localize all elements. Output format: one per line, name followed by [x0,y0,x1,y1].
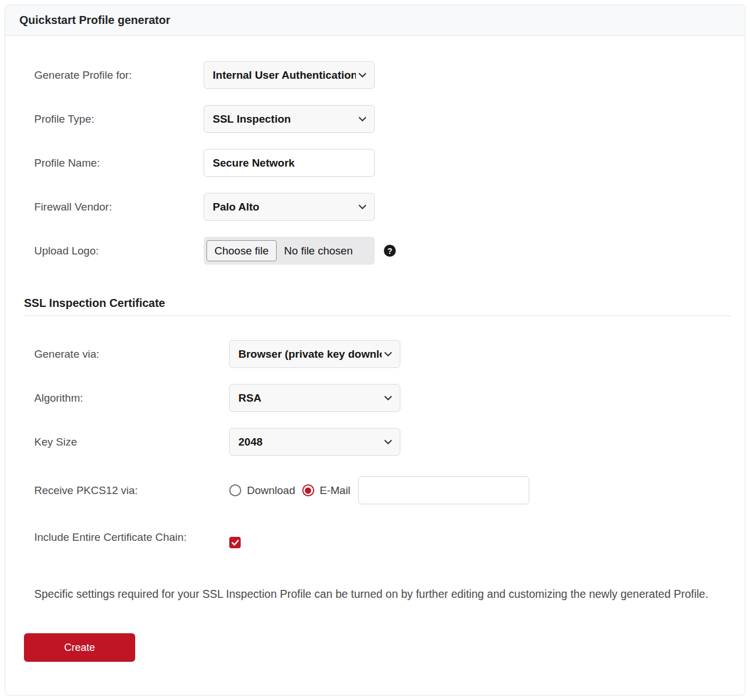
chevron-down-icon [384,395,392,401]
row-include-chain: Include Entire Certificate Chain: [34,529,731,557]
include-chain-checkbox[interactable] [229,537,241,548]
card-header: Quickstart Profile generator [5,5,745,36]
upload-logo-filewrap: Choose file No file chosen ? [204,237,396,265]
download-radio[interactable] [229,484,241,496]
key-size-select[interactable]: 2048 [229,428,400,456]
generate-via-value: Browser (private key download) [238,348,382,361]
download-radio-label[interactable]: Download [247,484,295,497]
profile-type-value: SSL Inspection [213,113,291,126]
profile-type-select[interactable]: SSL Inspection [204,105,375,133]
row-algorithm: Algorithm: RSA [34,384,731,412]
chevron-down-icon [384,351,392,357]
firewall-vendor-label: Firewall Vendor: [34,199,204,216]
include-chain-label: Include Entire Certificate Chain: [34,529,229,546]
row-profile-type: Profile Type: SSL Inspection [34,105,731,133]
generate-profile-for-value: Internal User Authentication [213,69,356,82]
generate-via-select[interactable]: Browser (private key download) [229,340,400,368]
firewall-vendor-select[interactable]: Palo Alto [204,193,375,221]
row-profile-name: Profile Name: [34,149,731,177]
profile-settings-note: Specific settings required for your SSL … [34,588,731,601]
profile-name-input[interactable] [204,149,375,177]
row-generate-via: Generate via: Browser (private key downl… [34,340,731,368]
row-key-size: Key Size 2048 [34,428,731,456]
row-upload-logo: Upload Logo: Choose file No file chosen … [34,237,731,265]
receive-pkcs12-label: Receive PKCS12 via: [34,482,229,499]
choose-file-button[interactable]: Choose file [206,240,277,261]
generate-profile-for-select[interactable]: Internal User Authentication [204,61,375,89]
row-receive-pkcs12: Receive PKCS12 via: Download E-Mail [34,476,731,504]
email-radio[interactable] [302,484,314,496]
profile-type-label: Profile Type: [34,111,204,128]
key-size-value: 2048 [238,436,262,448]
card-body: Generate Profile for: Internal User Auth… [5,36,745,693]
algorithm-value: RSA [238,392,261,404]
key-size-label: Key Size [34,434,229,451]
ssl-certificate-section-heading: SSL Inspection Certificate [24,297,731,310]
upload-logo-label: Upload Logo: [34,242,204,260]
chevron-down-icon [384,439,392,445]
chevron-down-icon [358,116,367,122]
algorithm-select[interactable]: RSA [229,384,400,412]
chevron-down-icon [358,72,367,78]
firewall-vendor-value: Palo Alto [213,201,260,213]
chevron-down-icon [358,204,367,210]
checkmark-icon [232,540,239,546]
help-question-icon[interactable]: ? [384,245,396,257]
row-firewall-vendor: Firewall Vendor: Palo Alto [34,193,731,221]
quickstart-profile-card: Quickstart Profile generator Generate Pr… [5,5,745,695]
upload-logo-file-input[interactable]: Choose file No file chosen [204,237,375,265]
receive-pkcs12-radio-group: Download E-Mail [229,476,529,504]
email-address-input[interactable] [358,476,529,504]
page-title: Quickstart Profile generator [19,14,171,27]
algorithm-label: Algorithm: [34,390,229,407]
profile-name-label: Profile Name: [34,155,204,172]
generate-profile-for-label: Generate Profile for: [34,67,204,84]
generate-via-label: Generate via: [34,346,229,363]
create-button[interactable]: Create [24,633,135,662]
email-radio-label[interactable]: E-Mail [320,484,351,497]
row-generate-profile-for: Generate Profile for: Internal User Auth… [34,61,731,89]
file-chosen-status: No file chosen [284,245,352,257]
section-divider [24,315,731,316]
